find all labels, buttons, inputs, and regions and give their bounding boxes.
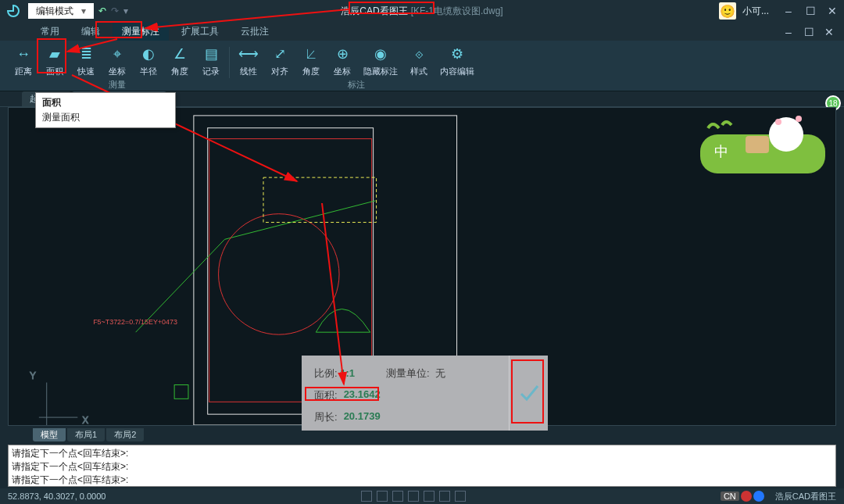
area-tooltip: 面积 测量面积 bbox=[35, 92, 176, 128]
menu-common[interactable]: 常用 bbox=[31, 22, 69, 41]
area-value: 23.1642 bbox=[344, 388, 381, 402]
ribbon-restore-icon[interactable]: ☐ bbox=[800, 23, 817, 41]
btn-quick[interactable]: ≣快速 bbox=[72, 42, 100, 79]
mode-selector[interactable]: 编辑模式 ▾ bbox=[28, 3, 94, 19]
measure-result-panel: 比例: 1:1 测量单位: 无 面积: 23.1642 周长: 20.1739 bbox=[302, 356, 548, 431]
svg-point-15 bbox=[796, 116, 802, 122]
maximize-button[interactable]: ☐ bbox=[802, 2, 819, 20]
btn-radius[interactable]: ◐半径 bbox=[134, 42, 163, 79]
svg-rect-4 bbox=[174, 385, 188, 399]
menu-measure-annotate[interactable]: 测量标注 bbox=[113, 22, 169, 41]
group-annot-label: 标注 bbox=[230, 79, 483, 91]
menu-cloud-annot[interactable]: 云批注 bbox=[231, 22, 278, 41]
area-label: 面积: bbox=[314, 388, 338, 402]
group-measure-label: 测量 bbox=[5, 79, 230, 91]
dropdown-icon: ▾ bbox=[81, 5, 86, 16]
user-name[interactable]: 小可... bbox=[742, 5, 769, 18]
style-icon: ⟐ bbox=[409, 44, 429, 64]
redo-icon[interactable]: ↷ bbox=[111, 5, 119, 16]
btn-angle2[interactable]: ⟀角度 bbox=[297, 42, 325, 79]
app-title: 浩辰CAD看图王 bbox=[341, 5, 407, 18]
file-name: [KF-1电缆敷设图.dwg] bbox=[411, 5, 503, 18]
angle-icon: ∠ bbox=[170, 44, 190, 64]
lang-indicator[interactable]: CN bbox=[721, 491, 764, 502]
status-toggle-icons[interactable] bbox=[361, 491, 466, 502]
perimeter-value: 20.1739 bbox=[344, 410, 381, 424]
ribbon-min-icon[interactable]: – bbox=[780, 23, 797, 41]
assistant-cartoon: 中 bbox=[700, 111, 825, 173]
menu-tools[interactable]: 扩展工具 bbox=[172, 22, 228, 41]
minimize-button[interactable]: – bbox=[780, 2, 797, 20]
confirm-measure-button[interactable] bbox=[509, 356, 548, 431]
svg-rect-12 bbox=[746, 136, 769, 153]
user-avatar[interactable]: 🙂 bbox=[719, 2, 736, 20]
app-logo bbox=[3, 1, 23, 21]
ribbon-close-icon[interactable]: ✕ bbox=[821, 23, 838, 41]
tab-layout2[interactable]: 布局2 bbox=[106, 428, 144, 441]
scale-value: 1:1 bbox=[340, 367, 355, 379]
mode-label: 编辑模式 bbox=[36, 5, 73, 18]
edit-icon: ⚙ bbox=[447, 44, 467, 64]
align-icon: ⤢ bbox=[270, 44, 290, 64]
hide-icon: ◉ bbox=[370, 44, 391, 64]
btn-content-edit[interactable]: ⚙内容编辑 bbox=[436, 42, 478, 79]
svg-point-11 bbox=[769, 117, 803, 152]
unit-value: 无 bbox=[435, 367, 445, 379]
angle2-icon: ⟀ bbox=[301, 44, 321, 64]
tab-model[interactable]: 模型 bbox=[33, 428, 66, 441]
tab-layout1[interactable]: 布局1 bbox=[67, 428, 105, 441]
canvas-annotation-text: F5~T3722=0.7/15EY+0473 bbox=[93, 318, 177, 326]
btn-style[interactable]: ⟐样式 bbox=[405, 42, 433, 79]
status-coords: 52.8873, 40.3027, 0.0000 bbox=[8, 491, 106, 501]
scale-label: 比例: bbox=[314, 367, 338, 379]
close-button[interactable]: ✕ bbox=[824, 2, 841, 20]
coord-icon: ⌖ bbox=[107, 44, 127, 64]
btn-record[interactable]: ▤记录 bbox=[197, 42, 225, 79]
svg-text:中: 中 bbox=[714, 144, 728, 159]
svg-text:Y: Y bbox=[30, 370, 36, 381]
btn-area[interactable]: ▰面积 bbox=[41, 42, 69, 79]
btn-coord[interactable]: ⌖坐标 bbox=[103, 42, 131, 79]
svg-rect-5 bbox=[263, 177, 377, 222]
radius-icon: ◐ bbox=[138, 44, 159, 64]
command-window[interactable]: 请指定下一个点<回车结束>: 请指定下一个点<回车结束>: 请指定下一个点<回车… bbox=[8, 445, 836, 487]
cmd-line: 请指定下一个点<回车结束>: bbox=[12, 474, 832, 487]
cmd-line: 请指定下一个点<回车结束>: bbox=[12, 460, 832, 474]
perimeter-label: 周长: bbox=[314, 410, 338, 424]
quick-icon: ≣ bbox=[76, 44, 96, 64]
cmd-line: 请指定下一个点<回车结束>: bbox=[12, 447, 832, 460]
record-icon: ▤ bbox=[201, 44, 221, 64]
coord2-icon: ⊕ bbox=[332, 44, 352, 64]
btn-angle[interactable]: ∠角度 bbox=[166, 42, 194, 79]
btn-coord2[interactable]: ⊕坐标 bbox=[328, 42, 356, 79]
status-brand: 浩辰CAD看图王 bbox=[775, 491, 836, 502]
distance-icon: ↔ bbox=[13, 44, 34, 64]
svg-text:X: X bbox=[82, 415, 88, 425]
btn-align[interactable]: ⤢对齐 bbox=[266, 42, 294, 79]
qat-dropdown-icon[interactable]: ▾ bbox=[123, 5, 128, 16]
unit-label: 测量单位: bbox=[386, 367, 430, 379]
undo-icon[interactable]: ↶ bbox=[98, 5, 106, 16]
area-icon: ▰ bbox=[45, 44, 65, 64]
tooltip-title: 面积 bbox=[42, 96, 169, 109]
btn-linear[interactable]: ⟷线性 bbox=[234, 42, 263, 79]
tooltip-desc: 测量面积 bbox=[42, 111, 169, 124]
btn-distance[interactable]: ↔距离 bbox=[9, 42, 38, 79]
svg-point-3 bbox=[219, 214, 339, 334]
linear-icon: ⟷ bbox=[238, 44, 259, 64]
btn-hide-annot[interactable]: ◉隐藏标注 bbox=[359, 42, 402, 79]
svg-point-14 bbox=[775, 119, 781, 125]
menu-edit[interactable]: 编辑 bbox=[72, 22, 109, 41]
